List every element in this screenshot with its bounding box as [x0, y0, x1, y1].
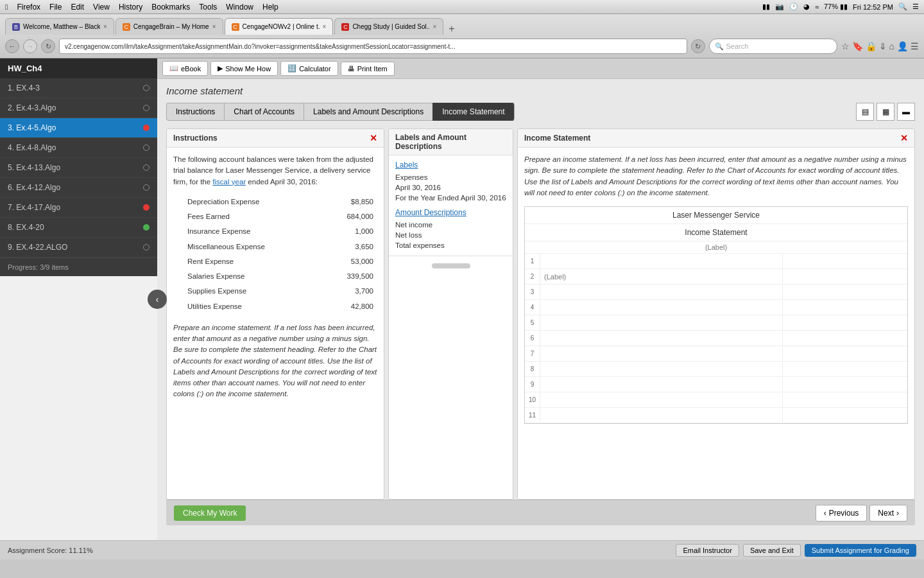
row-amount-input-9[interactable] [783, 378, 907, 392]
account-name: Salaries Expense [175, 270, 323, 283]
fiscal-year-link[interactable]: fiscal year [212, 178, 246, 186]
show-me-how-button[interactable]: ▶ Show Me How [210, 61, 278, 76]
bookmark-icon[interactable]: 🔖 [852, 41, 863, 51]
refresh-button[interactable]: ↻ [41, 39, 55, 53]
row-num-3: 3 [525, 285, 540, 299]
menu-tools[interactable]: Tools [199, 3, 217, 12]
sidebar-item-5[interactable]: 5. Ex.4-13.Algo [0, 158, 157, 178]
forward-button[interactable]: → [23, 39, 37, 53]
sidebar-toggle-arrow[interactable]: ‹ [148, 290, 167, 309]
row-amount-input-7[interactable] [783, 347, 907, 361]
view-icon-2[interactable]: ▦ [877, 103, 894, 121]
sidebar-item-4[interactable]: 4. Ex.4-8.Algo [0, 138, 157, 158]
menu-bookmarks[interactable]: Bookmarks [151, 3, 190, 12]
lock-icon[interactable]: 🔒 [866, 41, 877, 51]
income-close-icon[interactable]: ✕ [900, 133, 908, 143]
menubar-right-icons: ▮▮ 📷 🕐 ◕ ≈ 77% ▮▮ Fri 12:52 PM 🔍 ☰ [762, 3, 919, 11]
menu-icon[interactable]: ☰ [911, 41, 919, 51]
tab-labels-amounts[interactable]: Labels and Amount Descriptions [304, 103, 432, 121]
search-bar[interactable]: 🔍 Search [709, 39, 837, 54]
labels-panel-content: Labels ExpensesApril 30, 2016For the Yea… [389, 155, 513, 256]
row-label-input-5[interactable] [540, 316, 783, 330]
calculator-button[interactable]: 🔢 Calculator [280, 61, 338, 76]
tab-income-statement[interactable]: Income Statement [432, 103, 514, 121]
sidebar-item-6[interactable]: 6. Ex.4-12.Algo [0, 178, 157, 198]
tab-chart-of-accounts[interactable]: Chart of Accounts [224, 103, 304, 121]
labels-panel-title: Labels and Amount Descriptions [395, 133, 506, 151]
tab-close-cengagenow[interactable]: × [323, 23, 327, 30]
income-label-top-input[interactable] [525, 241, 907, 253]
labels-scrollbar[interactable] [389, 256, 513, 275]
sidebar-item-3[interactable]: 3. Ex.4-5.Algo [0, 118, 157, 138]
sidebar-item-2[interactable]: 2. Ex.4-3.Algo [0, 98, 157, 118]
new-tab-button[interactable]: + [445, 23, 458, 35]
row-label-input-10[interactable] [540, 393, 783, 407]
tab-cengagebrain[interactable]: C CengageBrain – My Home × [116, 18, 223, 35]
row-label-input-7[interactable] [540, 347, 783, 361]
email-instructor-button[interactable]: Email Instructor [676, 544, 739, 557]
row-amount-input-3[interactable] [783, 285, 907, 299]
previous-button[interactable]: ‹ Previous [816, 505, 868, 521]
row-amount-input-10[interactable] [783, 393, 907, 407]
labels-section-title[interactable]: Labels [395, 161, 506, 170]
sidebar-dot-8 [143, 224, 150, 231]
sidebar-item-7[interactable]: 7. Ex.4-17.Algo [0, 198, 157, 218]
row-amount-input-5[interactable] [783, 316, 907, 330]
view-icon-3[interactable]: ▬ [897, 103, 915, 121]
star-icon[interactable]: ☆ [841, 41, 850, 51]
amount-descriptions-link[interactable]: Amount Descriptions [395, 208, 506, 217]
row-amount-input-1[interactable] [783, 254, 907, 268]
menu-history[interactable]: History [119, 3, 142, 12]
row-label-input-9[interactable] [540, 378, 783, 392]
menu-window[interactable]: Window [226, 3, 253, 12]
view-icon-1[interactable]: ▤ [856, 103, 874, 121]
home-icon[interactable]: ⌂ [889, 41, 894, 51]
tab-blackboard[interactable]: B Welcome, Matthew – Black... × [5, 18, 114, 35]
menu-firefox[interactable]: Firefox [17, 3, 40, 12]
row-label-input-4[interactable] [540, 301, 783, 315]
row-amount-input-6[interactable] [783, 331, 907, 346]
row-amount-input-4[interactable] [783, 301, 907, 315]
row-amount-input-2[interactable] [783, 270, 907, 284]
row-label-input-6[interactable] [540, 331, 783, 346]
row-label-input-2[interactable] [540, 270, 783, 284]
tab-chegg[interactable]: C Chegg Study | Guided Sol... × [334, 18, 443, 35]
income-panel-content: Prepare an income statement. If a net lo… [518, 148, 914, 499]
tab-instructions[interactable]: Instructions [166, 103, 224, 121]
check-my-work-button[interactable]: Check My Work [174, 505, 246, 521]
menu-edit[interactable]: Edit [71, 3, 84, 12]
apple-menu[interactable]:  [5, 3, 8, 12]
submit-assignment-button[interactable]: Submit Assignment for Grading [805, 544, 916, 557]
save-and-exit-button[interactable]: Save and Exit [743, 544, 801, 557]
tab-close-blackboard[interactable]: × [103, 23, 107, 30]
row-label-input-3[interactable] [540, 285, 783, 299]
sidebar-item-1[interactable]: 1. EX.4-3 [0, 78, 157, 98]
tab-close-chegg[interactable]: × [432, 23, 436, 30]
tab-close-cengagebrain[interactable]: × [212, 23, 216, 30]
menu-file[interactable]: File [49, 3, 62, 12]
income-panel-header: Income Statement ✕ [518, 129, 914, 148]
tab-cengagenow[interactable]: C CengageNOWv2 | Online t... × [225, 18, 334, 35]
sidebar-item-8[interactable]: 8. EX.4-20 [0, 218, 157, 238]
next-button[interactable]: Next › [869, 505, 907, 521]
download-icon[interactable]: ⇓ [879, 41, 887, 51]
row-label-input-1[interactable] [540, 254, 783, 268]
row-label-input-11[interactable] [540, 408, 783, 423]
ebook-button[interactable]: 📖 eBook [162, 61, 208, 76]
row-label-input-8[interactable] [540, 362, 783, 376]
sidebar-item-9[interactable]: 9. EX.4-22.ALGO [0, 238, 157, 258]
row-amount-input-11[interactable] [783, 408, 907, 423]
address-bar[interactable]: v2.cengagenow.com/ilrn/takeAssignment/ta… [59, 39, 687, 54]
back-button[interactable]: ← [5, 39, 19, 53]
reload-btn[interactable]: ↻ [691, 39, 705, 53]
menu-view[interactable]: View [93, 3, 110, 12]
profile-icon[interactable]: 👤 [897, 41, 908, 51]
row-num-6: 6 [525, 331, 540, 346]
panels-container: Instructions ✕ The following account bal… [166, 128, 915, 500]
menu-help[interactable]: Help [262, 3, 278, 12]
browser-toolbar: ← → ↻ v2.cengagenow.com/ilrn/takeAssignm… [0, 35, 924, 58]
row-amount-input-8[interactable] [783, 362, 907, 376]
instructions-close-icon[interactable]: ✕ [370, 133, 377, 143]
labels-panel-header: Labels and Amount Descriptions [389, 129, 513, 155]
print-item-button[interactable]: 🖶 Print Item [341, 62, 395, 76]
